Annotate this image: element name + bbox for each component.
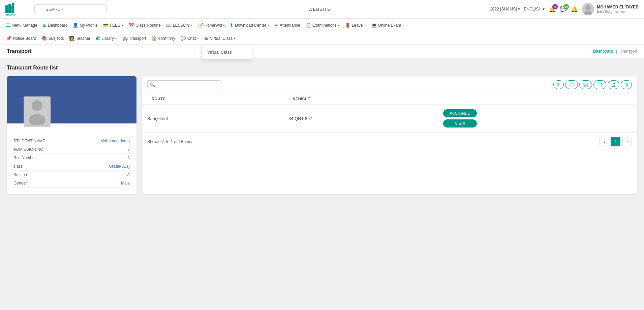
next-page-button[interactable]: › <box>622 137 632 146</box>
pdf-button[interactable]: 📑 <box>593 80 606 89</box>
card-body: STUDENT NAME Mohamed demo ADMISSION NO 8… <box>7 130 136 194</box>
nav-item-leave[interactable]: 🚪 Leave ▾ <box>342 19 369 32</box>
year-label: 2022 [SHAMS] <box>490 7 517 11</box>
notice-board-nav-label: Notice Board <box>13 36 36 41</box>
print-button[interactable]: 🖨 <box>608 80 619 89</box>
nav-item-homework[interactable]: 📝 HomeWork <box>195 19 227 32</box>
section-row: Section A <box>13 171 130 179</box>
gender-value: Male <box>121 181 130 186</box>
language-selector[interactable]: ENGLISH ▾ <box>524 7 545 11</box>
leave-nav-icon: 🚪 <box>345 23 350 28</box>
table-toolbar: 🔍 ⧉ 📄 📊 📑 🖨 ⊞ <box>142 76 637 93</box>
main-nav-row1: ☰ Menu Manage ⊞ Dashboard 👤 My Profile 💳… <box>0 19 644 32</box>
assigned-button[interactable]: ASSIGNED <box>443 109 477 117</box>
section-value: A <box>127 172 130 177</box>
transport-layout: STUDENT NAME Mohamed demo ADMISSION NO 8… <box>7 76 637 194</box>
dashboard-nav-icon: ⊞ <box>43 23 47 28</box>
transport-table: ↓ ROUTE ↓ VEHICLE Bahçekent 34 QRT 897 A… <box>142 93 637 133</box>
download-center-nav-label: Download Center <box>235 23 266 28</box>
virtual-class-dropdown-item[interactable]: Virtual Class <box>202 47 252 57</box>
breadcrumb-dashboard-link[interactable]: Dashboard <box>593 49 613 54</box>
year-selector[interactable]: 2022 [SHAMS] ▾ <box>490 7 520 11</box>
nav-item-online-exam[interactable]: 💻 Online Exam ▾ <box>369 19 407 32</box>
table-header-row: ↓ ROUTE ↓ VEHICLE <box>142 93 637 105</box>
nav-item-dormitory[interactable]: 🏠 dormitory <box>149 32 178 45</box>
nav-item-attendance[interactable]: ✔ Attendance <box>272 19 303 32</box>
main-nav-row2: 📌 Notice Board 📚 Subjects 👩‍🏫 Teacher 🏛 … <box>0 32 644 45</box>
virtual-class-nav-icon: 🖥 <box>204 36 209 41</box>
class-routine-nav-icon: 📅 <box>129 23 134 28</box>
chat-nav-icon: 💬 <box>181 36 186 41</box>
library-nav-label: Library <box>101 36 114 41</box>
section-title: Transport Route list <box>7 65 637 71</box>
online-exam-nav-icon: 💻 <box>371 23 377 28</box>
student-card: STUDENT NAME Mohamed demo ADMISSION NO 8… <box>7 76 136 194</box>
search-input[interactable] <box>34 4 106 14</box>
nav-item-transport[interactable]: 🚌 Transport <box>120 32 149 45</box>
pagination-bar: Showing1 to 1 of 1Entries ‹ 1 › <box>142 133 637 150</box>
vehicle-sort-icon: ↓ <box>288 97 290 101</box>
showing-text: Showing1 to 1 of 1Entries <box>147 139 193 144</box>
table-row: Bahçekent 34 QRT 897 ASSIGNED VIEW <box>142 105 637 133</box>
csv-button[interactable]: 📄 <box>565 80 578 89</box>
svg-text:SHAMS: SHAMS <box>5 13 16 16</box>
admission-label: ADMISSION NO <box>13 147 43 152</box>
homework-nav-label: HomeWork <box>205 23 225 28</box>
nav-item-download-center[interactable]: ⬇ Download Center ▾ <box>227 19 272 32</box>
lesson-nav-icon: 📖 <box>166 23 172 28</box>
pagination-buttons: ‹ 1 › <box>600 137 632 146</box>
online-exam-arrow-icon: ▾ <box>402 24 404 27</box>
route-column-header[interactable]: ↓ ROUTE <box>142 93 283 105</box>
table-search-wrap: 🔍 <box>147 80 221 89</box>
svg-point-9 <box>29 114 45 125</box>
user-name: MOHAMED EL TAYEB <box>597 5 639 9</box>
vehicle-column-label: VEHICLE <box>293 97 310 101</box>
subjects-nav-label: Subjects <box>48 36 64 41</box>
roll-row: Roll Number 3 <box>13 154 130 162</box>
website-link[interactable]: WEBSITE <box>154 7 485 12</box>
notification-badge: 0 <box>552 4 558 9</box>
notification-btn[interactable]: 🔔 0 <box>549 6 556 13</box>
search-wrap: 🔍 <box>34 4 149 14</box>
whatsapp-btn[interactable]: 💬 19 <box>560 6 567 13</box>
nav-item-virtual-class[interactable]: 🖥 Virtual Class ▾Virtual Class <box>202 32 238 45</box>
section-label: Section <box>13 172 27 177</box>
nav-item-class-routine[interactable]: 📅 Class Routine <box>126 19 163 32</box>
nav-item-fees[interactable]: 💳 FEES ▾ <box>100 19 126 32</box>
prev-page-button[interactable]: ‹ <box>600 137 609 146</box>
alerts-btn[interactable]: 🔔 <box>571 6 578 13</box>
nav-item-subjects[interactable]: 📚 Subjects <box>39 32 66 45</box>
nav-item-my-profile[interactable]: 👤 My Profile <box>70 19 100 32</box>
vehicle-column-header[interactable]: ↓ VEHICLE <box>283 93 438 105</box>
student-avatar <box>24 96 51 127</box>
my-profile-nav-label: My Profile <box>80 23 97 28</box>
student-name-value: Mohamed demo <box>100 139 130 143</box>
menu-manage-nav-icon: ☰ <box>6 23 10 28</box>
nav-item-dashboard[interactable]: ⊞ Dashboard <box>40 19 70 32</box>
route-cell: Bahçekent <box>142 105 283 133</box>
user-info[interactable]: MOHAMED EL TAYEB kris78@gmail.com <box>582 3 639 15</box>
nav-item-examinations[interactable]: 📋 Examinations ▾ <box>303 19 342 32</box>
virtual-class-dropdown: Virtual Class <box>202 45 252 60</box>
table-search-input[interactable] <box>147 80 221 89</box>
nav-item-menu-manage[interactable]: ☰ Menu Manage <box>3 19 40 32</box>
nav-item-teacher[interactable]: 👩‍🏫 Teacher <box>66 32 93 45</box>
admission-row: ADMISSION NO 8 <box>13 145 130 154</box>
download-center-arrow-icon: ▾ <box>268 24 269 27</box>
copy-button[interactable]: ⧉ <box>553 80 564 89</box>
nav-item-chat[interactable]: 💬 Chat ▾ <box>178 32 202 45</box>
menu-manage-nav-label: Menu Manage <box>11 23 37 28</box>
logo: SHAMS <box>5 3 29 16</box>
nav-item-notice-board[interactable]: 📌 Notice Board <box>3 32 39 45</box>
examinations-nav-icon: 📋 <box>306 23 311 28</box>
nav-item-lesson[interactable]: 📖 LESSON ▾ <box>163 19 195 32</box>
columns-button[interactable]: ⊞ <box>621 80 632 89</box>
excel-button[interactable]: 📊 <box>579 80 592 89</box>
nav-item-library[interactable]: 🏛 Library ▾ <box>93 32 120 45</box>
dormitory-nav-icon: 🏠 <box>152 36 157 41</box>
view-button[interactable]: VIEW <box>443 119 477 128</box>
examinations-arrow-icon: ▾ <box>338 24 340 27</box>
user-email: kris78@gmail.com <box>597 9 639 13</box>
page-1-button[interactable]: 1 <box>611 137 620 146</box>
student-name-row: STUDENT NAME Mohamed demo <box>13 137 130 145</box>
